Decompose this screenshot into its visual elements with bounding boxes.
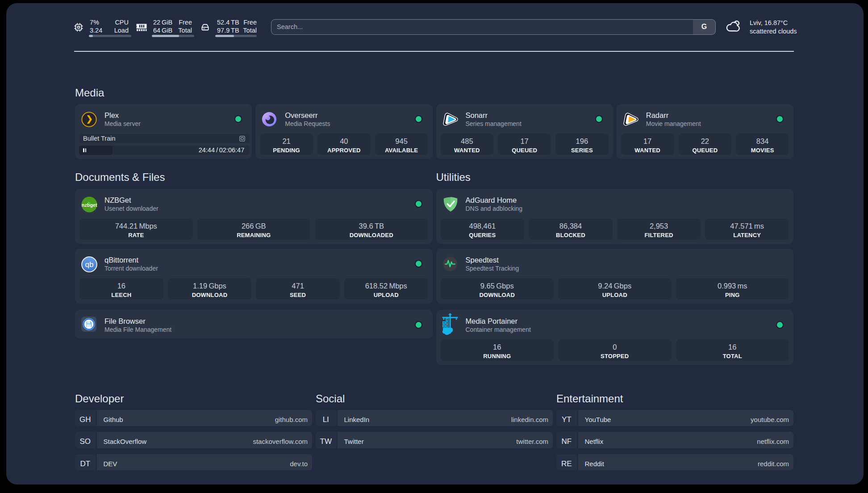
svg-text:nzbget: nzbget [82, 202, 97, 208]
svg-text:qb: qb [85, 260, 94, 269]
